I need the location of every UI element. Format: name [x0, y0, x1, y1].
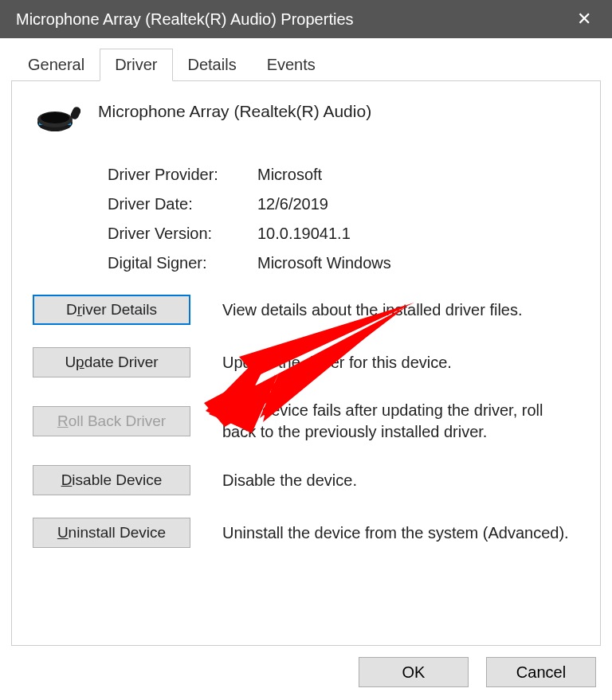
uninstall-device-desc: Uninstall the device from the system (Ad… — [222, 522, 579, 544]
driver-details-desc: View details about the installed driver … — [222, 299, 579, 321]
tab-strip: General Driver Details Events — [0, 38, 612, 80]
cancel-button[interactable]: Cancel — [486, 657, 596, 687]
tab-events[interactable]: Events — [252, 49, 331, 81]
device-name: Microphone Array (Realtek(R) Audio) — [98, 102, 371, 121]
disable-device-desc: Disable the device. — [222, 470, 579, 491]
ok-button[interactable]: OK — [359, 657, 469, 687]
microphone-device-icon — [36, 100, 80, 137]
device-header: Microphone Array (Realtek(R) Audio) — [33, 99, 579, 137]
window-title: Microphone Array (Realtek(R) Audio) Prop… — [16, 10, 354, 29]
tab-details[interactable]: Details — [173, 49, 252, 81]
signer-label: Digital Signer: — [108, 254, 257, 272]
tab-general[interactable]: General — [13, 49, 100, 81]
driver-details-button[interactable]: Driver Details — [33, 295, 190, 325]
provider-value: Microsoft — [257, 166, 322, 184]
disable-device-button[interactable]: Disable Device — [33, 465, 190, 495]
update-driver-desc: Update the driver for this device. — [222, 352, 579, 373]
svg-point-3 — [41, 112, 69, 123]
rollback-driver-button[interactable]: Roll Back Driver — [33, 406, 190, 436]
close-icon[interactable]: ✕ — [572, 9, 596, 29]
titlebar: Microphone Array (Realtek(R) Audio) Prop… — [0, 0, 612, 38]
driver-info: Driver Provider: Microsoft Driver Date: … — [108, 166, 579, 272]
dialog-footer: OK Cancel — [0, 646, 612, 700]
properties-window: Microphone Array (Realtek(R) Audio) Prop… — [0, 0, 612, 700]
version-value: 10.0.19041.1 — [257, 225, 351, 243]
update-driver-button[interactable]: Update Driver — [33, 347, 190, 377]
signer-value: Microsoft Windows — [257, 254, 391, 272]
date-label: Driver Date: — [108, 195, 257, 213]
rollback-driver-desc: If the device fails after updating the d… — [222, 400, 579, 443]
provider-label: Driver Provider: — [108, 166, 257, 184]
version-label: Driver Version: — [108, 225, 257, 243]
tab-driver[interactable]: Driver — [100, 49, 172, 81]
tab-body: Microphone Array (Realtek(R) Audio) Driv… — [11, 80, 601, 646]
action-list: Driver Details View details about the in… — [33, 295, 579, 548]
date-value: 12/6/2019 — [257, 195, 328, 213]
uninstall-device-button[interactable]: Uninstall Device — [33, 518, 190, 548]
